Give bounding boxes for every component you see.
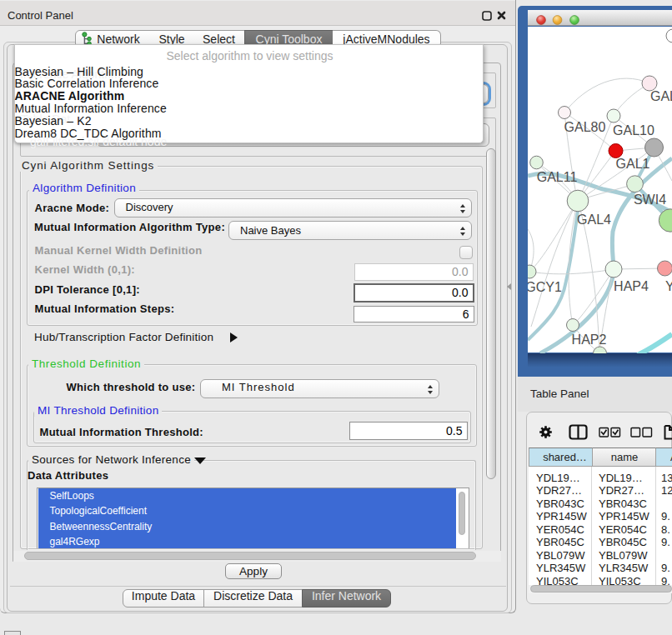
- svg-text:GAL7: GAL7: [650, 89, 672, 103]
- svg-text:GAL11: GAL11: [537, 170, 578, 184]
- svg-text:GAL10: GAL10: [613, 123, 654, 138]
- svg-text:GAL80: GAL80: [564, 120, 606, 134]
- svg-text:SWI4: SWI4: [634, 192, 666, 207]
- svg-text:YJ: YJ: [665, 279, 672, 293]
- svg-text:GAL1: GAL1: [616, 157, 650, 171]
- svg-text:HAP4: HAP4: [614, 279, 649, 293]
- svg-text:GCY1: GCY1: [528, 280, 562, 294]
- svg-text:GAL4: GAL4: [577, 212, 611, 227]
- svg-text:HAP2: HAP2: [572, 332, 607, 347]
